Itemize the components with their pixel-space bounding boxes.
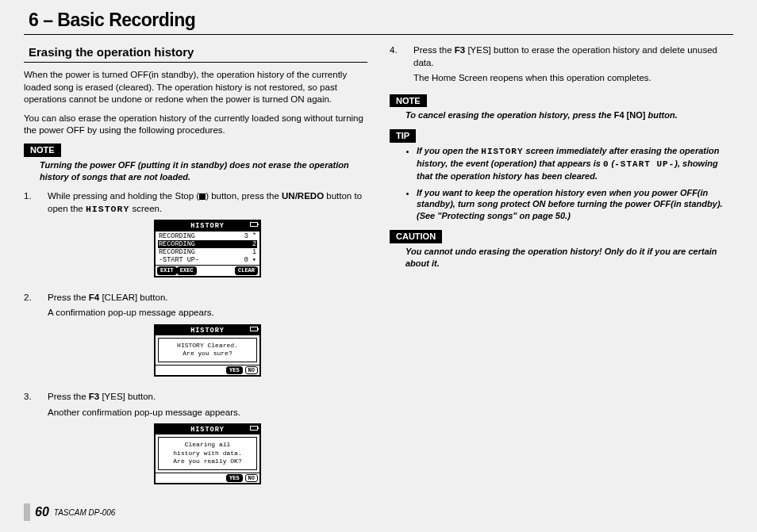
lcd-cell: 3 * — [244, 232, 256, 240]
step-body: Press the F3 [YES] button to erase the o… — [413, 44, 733, 88]
step-num: 3. — [24, 391, 48, 492]
note-label: NOTE — [24, 144, 61, 157]
page-number: 60 — [35, 505, 49, 519]
history-word: HISTORY — [481, 147, 523, 156]
lcd-yes-btn: YES — [226, 366, 243, 374]
lcd-clear-btn: CLEAR — [235, 266, 258, 274]
lcd-row: RECORDING1 — [158, 248, 257, 256]
left-column: Erasing the operation history When the p… — [24, 44, 367, 499]
lcd-cell: -START UP- — [159, 256, 199, 264]
tip-item-2: If you want to keep the operation histor… — [417, 187, 733, 223]
unredo-label: UN/REDO — [282, 191, 324, 201]
battery-icon — [250, 426, 258, 431]
lcd-header: HISTORY — [156, 425, 259, 434]
lcd-cell: 2 — [252, 240, 256, 248]
page-footer: 60 TASCAM DP-006 — [24, 503, 115, 521]
step-3: 3. Press the F3 [YES] button. Another co… — [24, 391, 367, 492]
text: [CLEAR] button. — [99, 293, 167, 302]
text: If you open the — [417, 146, 481, 155]
popup-line: history with data. — [160, 450, 255, 457]
step-4: 4. Press the F3 [YES] button to erase th… — [390, 44, 733, 88]
text: To cancel erasing the operation history,… — [405, 110, 614, 120]
lcd-confirm-1: HISTORY HISTORY Cleared. Are you sure? Y… — [154, 324, 261, 377]
step-body: Press the F4 [CLEAR] button. A confirmat… — [48, 292, 367, 385]
step-num: 4. — [390, 44, 413, 88]
footer-bar — [24, 503, 30, 521]
lcd-title: HISTORY — [190, 222, 225, 230]
lcd-row: -START UP-0 ▾ — [158, 256, 257, 264]
steps-list: 1. While pressing and holding the Stop (… — [24, 190, 367, 492]
f4-no-label: F4 [NO] — [614, 110, 646, 120]
lcd-cell: 0 ▾ — [244, 256, 256, 264]
popup-line: Are you sure? — [160, 350, 255, 358]
chapter-title: 6 – Basic Recording — [24, 10, 733, 35]
lcd-cell: 1 — [252, 248, 256, 256]
tip-label: TIP — [390, 129, 416, 143]
lcd-no-btn: NO — [245, 366, 258, 374]
lcd-cell: RECORDING — [159, 232, 195, 240]
intro-p1: When the power is turned OFF(in standby)… — [24, 69, 367, 106]
lcd-popup: HISTORY Cleared. Are you sure? — [158, 338, 257, 362]
lcd-exec-btn: EXEC — [177, 266, 197, 274]
columns: Erasing the operation history When the p… — [24, 44, 733, 499]
step-body: Press the F3 [YES] button. Another confi… — [48, 391, 367, 492]
text: button. — [645, 110, 677, 120]
f4-label: F4 — [89, 293, 99, 302]
f3-label: F3 — [89, 392, 99, 401]
text: ) button, press the — [206, 191, 282, 201]
text: Press the — [413, 45, 455, 55]
caution-body: You cannot undo erasing the operation hi… — [405, 246, 733, 270]
lcd-cell: RECORDING — [159, 240, 195, 248]
lcd-header: HISTORY — [156, 221, 259, 231]
text: A confirmation pop-up message appears. — [48, 307, 367, 320]
lcd-no-btn: NO — [245, 474, 258, 482]
text: While pressing and holding the Stop ( — [48, 191, 199, 201]
popup-line: Clearing all — [160, 441, 255, 449]
lcd-footer: YES NO — [156, 473, 259, 483]
text: screen. — [129, 204, 162, 213]
lcd-yes-btn: YES — [226, 474, 243, 482]
startup-word: -START UP- — [614, 159, 674, 169]
lcd-exit-btn: EXIT — [157, 266, 177, 274]
lcd-confirm-2: HISTORY Clearing all history with data. … — [154, 423, 261, 484]
lcd-header: HISTORY — [156, 326, 259, 335]
history-word: HISTORY — [86, 204, 129, 214]
intro-p2: You can also erase the operation history… — [24, 113, 367, 137]
lcd-cell: RECORDING — [159, 248, 195, 256]
battery-icon — [250, 327, 258, 331]
f3-label: F3 — [455, 45, 465, 55]
lcd-row-selected: RECORDING2 — [158, 240, 257, 248]
lcd-history-list: HISTORY RECORDING3 * RECORDING2 RECORDIN… — [154, 220, 261, 277]
caution-label: CAUTION — [390, 230, 442, 243]
lcd-footer: YES NO — [156, 365, 259, 375]
step-num: 1. — [24, 190, 48, 285]
product-name: TASCAM DP-006 — [54, 508, 116, 517]
popup-line: Are you really OK? — [160, 457, 255, 465]
text: Another confirmation pop-up message appe… — [48, 407, 367, 419]
lcd-popup: Clearing all history with data. Are you … — [158, 437, 257, 469]
text: Press the — [48, 293, 89, 302]
note-label: NOTE — [390, 94, 427, 108]
lcd-title: HISTORY — [190, 426, 225, 434]
stop-icon — [199, 193, 206, 200]
text: Press the — [48, 392, 89, 401]
section-title: Erasing the operation history — [24, 44, 367, 63]
lcd-footer: EXIT EXEC CLEAR — [156, 265, 259, 275]
text: The Home Screen reopens when this operat… — [413, 72, 733, 85]
step-2: 2. Press the F4 [CLEAR] button. A confir… — [24, 292, 367, 385]
steps-list-cont: 4. Press the F3 [YES] button to erase th… — [390, 44, 733, 88]
popup-line: HISTORY Cleared. — [160, 342, 255, 350]
zero-word: 0 — [603, 159, 609, 169]
lcd-list: RECORDING3 * RECORDING2 RECORDING1 -STAR… — [156, 232, 259, 266]
tip-item-1: If you open the HISTORY screen immediate… — [417, 145, 733, 182]
step-num: 2. — [24, 292, 48, 385]
text: [YES] button. — [99, 392, 156, 401]
note-body-2: To cancel erasing the operation history,… — [405, 109, 733, 121]
right-column: 4. Press the F3 [YES] button to erase th… — [390, 44, 733, 499]
lcd-title: HISTORY — [190, 327, 225, 335]
battery-icon — [250, 222, 258, 227]
tip-body: If you open the HISTORY screen immediate… — [405, 145, 733, 222]
step-1: 1. While pressing and holding the Stop (… — [24, 190, 367, 285]
lcd-row: RECORDING3 * — [158, 232, 257, 240]
note-body-1: Turning the power OFF (putting it in sta… — [40, 159, 367, 183]
